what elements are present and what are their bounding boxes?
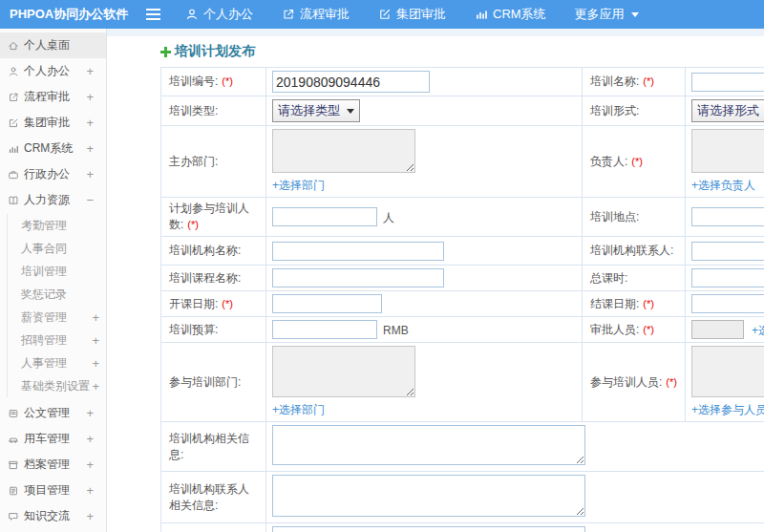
training-course-name-input[interactable] — [272, 268, 444, 287]
user-icon — [185, 8, 199, 21]
training-type-select[interactable]: 请选择类型 — [272, 99, 360, 122]
training-location-input[interactable] — [691, 207, 764, 226]
participating-people-textarea[interactable] — [691, 346, 764, 397]
total-hours-input[interactable] — [691, 268, 764, 287]
form-row-course-hours: 培训课程名称: 总课时: — [161, 266, 764, 291]
nav-workflow-approval[interactable]: 流程审批 — [282, 6, 350, 23]
sidebar-item-official-documents[interactable]: 公文管理 + — [0, 400, 106, 426]
select-participants-link[interactable]: +选择参与人员 — [691, 402, 764, 418]
expand-plus-icon[interactable]: + — [92, 333, 99, 348]
field-label: 培训课程名称: — [169, 271, 241, 285]
select-leader-link[interactable]: +选择负责人 — [691, 178, 764, 194]
expand-plus-icon[interactable]: + — [92, 379, 99, 394]
sidebar-item-human-resources[interactable]: 人力资源 − — [0, 187, 106, 213]
sidebar-item-label: 公文管理 — [24, 405, 70, 421]
host-department-textarea[interactable] — [272, 129, 415, 173]
sidebar-item-crm-system[interactable]: CRM系统 + — [0, 136, 106, 161]
form-row-org-contact: 培训机构名称: 培训机构联系人: — [161, 237, 764, 266]
sidebar-item-label: 考勤管理 — [21, 218, 67, 234]
form-row-number-name: 培训编号:(*) 培训名称:(*) — [161, 68, 764, 96]
flow-icon — [8, 92, 19, 103]
sidebar-item-personal-desktop[interactable]: 个人桌面 — [0, 32, 106, 58]
field-label: 培训形式: — [590, 104, 639, 117]
expand-plus-icon[interactable]: + — [86, 167, 94, 181]
sidebar-item-label: 招聘管理 — [21, 332, 67, 349]
sidebar-item-vehicle-management[interactable]: 用车管理 + — [0, 426, 106, 452]
nav-more-apps[interactable]: 更多应用 — [575, 6, 639, 23]
hamburger-menu-icon[interactable] — [143, 8, 162, 21]
sidebar-item-label: 项目管理 — [24, 482, 70, 499]
sidebar-item-archive-management[interactable]: 档案管理 + — [0, 452, 106, 478]
nav-personal-office[interactable]: 个人办公 — [185, 6, 253, 23]
sidebar-item-knowledge-exchange[interactable]: 知识交流 + — [0, 503, 106, 529]
sidebar-subitem-salary[interactable]: 薪资管理+ — [8, 306, 106, 329]
sidebar-subitem-recruitment[interactable]: 招聘管理+ — [8, 329, 106, 351]
expand-plus-icon[interactable]: + — [86, 458, 94, 472]
select-department-link[interactable]: +选择部门 — [272, 402, 576, 418]
participating-departments-textarea[interactable] — [272, 346, 415, 397]
org-contact-info-textarea[interactable] — [272, 475, 585, 517]
training-budget-input[interactable] — [272, 320, 377, 339]
expand-plus-icon[interactable]: + — [86, 90, 94, 104]
sidebar-item-personal-office[interactable]: 个人办公 + — [0, 58, 106, 84]
content-top-strip — [107, 29, 764, 36]
expand-plus-icon[interactable]: + — [86, 509, 94, 523]
required-mark: (*) — [643, 75, 654, 87]
sidebar-item-project-management[interactable]: 项目管理 + — [0, 478, 106, 503]
nav-group-approval[interactable]: 集团审批 — [378, 6, 446, 23]
expand-plus-icon[interactable]: + — [86, 483, 94, 498]
sidebar-subitem-base-category[interactable]: 基础类别设置+ — [8, 374, 106, 397]
training-requirements-textarea[interactable] — [272, 526, 585, 532]
expand-plus-icon[interactable]: + — [86, 64, 94, 78]
form-row-requirements: 培训要求: — [161, 523, 764, 532]
select-approver-link[interactable]: +选择审批人员 — [752, 324, 764, 337]
end-date-input[interactable] — [691, 294, 764, 313]
planned-participants-input[interactable] — [272, 207, 377, 226]
clipboard-icon — [8, 485, 19, 497]
required-mark: (*) — [666, 376, 677, 388]
expand-plus-icon[interactable]: + — [86, 406, 94, 420]
sidebar-item-label: 知识交流 — [24, 508, 70, 524]
form-row-dates: 开课日期:(*) 结课日期:(*) — [161, 291, 764, 317]
field-label: 培训机构名称: — [169, 244, 241, 257]
field-label: 培训机构联系人相关信息: — [169, 482, 249, 512]
sidebar-subitem-hr-contract[interactable]: 人事合同 — [8, 237, 106, 260]
sidebar-item-administrative-office[interactable]: 行政办公 + — [0, 161, 106, 187]
expand-plus-icon[interactable]: + — [92, 310, 99, 325]
collapse-minus-icon[interactable]: − — [86, 193, 94, 207]
expand-plus-icon[interactable]: + — [86, 141, 94, 156]
sidebar-item-workflow-approval[interactable]: 流程审批 + — [0, 84, 106, 110]
sidebar-item-label: 基础类别设置 — [21, 378, 90, 394]
select-department-link[interactable]: +选择部门 — [272, 178, 576, 194]
sidebar-item-label: 人事合同 — [21, 241, 67, 257]
nav-crm-system[interactable]: CRM系统 — [475, 6, 546, 23]
start-date-input[interactable] — [272, 294, 382, 313]
training-org-name-input[interactable] — [272, 242, 444, 261]
sidebar-item-label: 培训管理 — [21, 264, 67, 280]
sidebar-subitem-personnel[interactable]: 人事管理+ — [8, 351, 106, 374]
approver-input[interactable] — [691, 320, 744, 339]
training-number-input[interactable] — [272, 71, 430, 93]
training-form-select[interactable]: 请选择形式 — [691, 99, 764, 122]
org-related-info-textarea[interactable] — [272, 425, 585, 465]
expand-plus-icon[interactable]: + — [92, 356, 99, 371]
required-mark: (*) — [643, 324, 654, 335]
sidebar-item-label: CRM系统 — [24, 140, 73, 157]
sidebar-item-label: 奖惩记录 — [21, 287, 67, 303]
sidebar-item-label: 薪资管理 — [21, 309, 67, 326]
training-plan-form: 培训编号:(*) 培训名称:(*) 培训类型: 请选择类型 培训形式: 请选择形… — [160, 67, 764, 532]
leader-textarea[interactable] — [691, 129, 764, 173]
sidebar-item-group-approval[interactable]: 集团审批 + — [0, 110, 106, 136]
caret-down-icon — [347, 109, 354, 114]
training-name-input[interactable] — [691, 73, 764, 92]
required-mark: (*) — [631, 156, 643, 167]
expand-plus-icon[interactable]: + — [86, 116, 94, 130]
sidebar-subitem-rewards[interactable]: 奖惩记录 — [8, 283, 106, 306]
user-icon — [8, 66, 19, 77]
green-plus-icon — [160, 47, 171, 57]
sidebar-subitem-attendance[interactable]: 考勤管理 — [8, 214, 106, 237]
field-label: 审批人员: — [590, 323, 639, 336]
sidebar-subitem-training[interactable]: 培训管理 — [8, 260, 106, 283]
training-org-contact-input[interactable] — [691, 242, 764, 261]
expand-plus-icon[interactable]: + — [86, 432, 94, 446]
